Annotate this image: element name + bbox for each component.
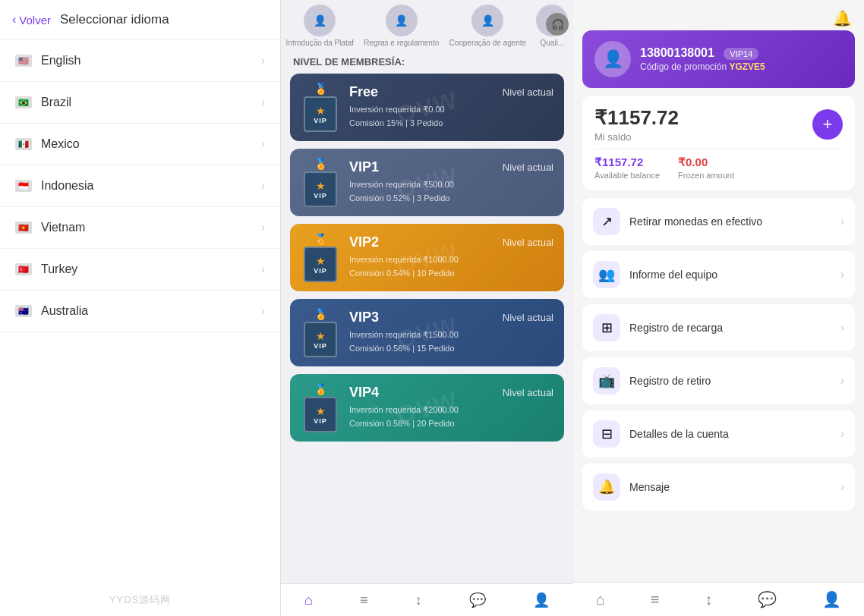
vip-commission-vip4: Comisión 0.58% | 20 Pedido [349,417,553,431]
menu-icon-account: ⊟ [593,420,620,448]
star-icon: ★ [316,255,326,267]
vip-badge-vip1: 🏅 ★ VIP [301,158,340,207]
vip-card-vip1[interactable]: 🏅 ★ VIP VIP1 Nivel actual Inversión requ… [290,149,564,216]
watermark-text: YYDS源码网 [0,584,280,616]
menu-chevron-message: › [840,480,844,494]
chevron-right-icon: › [261,304,265,318]
vip-card-vip3[interactable]: 🏅 ★ VIP VIP3 Nivel actual Inversión requ… [290,299,564,366]
bottom-nav-middle-list[interactable]: ≡ [360,592,368,608]
promo-row: Código de promoción YGZVE5 [640,61,843,72]
top-nav-item-agent[interactable]: 👤 Cooperação de agente [449,5,526,47]
language-item-australia[interactable]: 🇦🇺 Australia › [0,291,280,332]
menu-label-account: Detalles de la cuenta [629,428,831,440]
notification-bell-icon[interactable]: 🔔 [833,9,852,27]
notification-area: 🔔 [573,0,864,30]
profile-card: 👤 13800138001 VIP14 Código de promoción … [582,30,855,88]
language-item-vietnam[interactable]: 🇻🇳 Vietnam › [0,207,280,249]
promo-label: Código de promoción [640,61,727,72]
medal-icon: 🏅 [314,83,327,95]
vip-badge-vip3: 🏅 ★ VIP [301,308,340,357]
avatar: 👤 [594,41,631,77]
support-button[interactable]: 🎧 [546,13,569,36]
menu-item-withdrawal-record[interactable]: 📺 Registro de retiro › [582,357,855,404]
medal-icon: 🏅 [314,158,327,170]
vip-name-vip1: VIP1 [349,159,379,175]
right-nav-icon-list: ≡ [651,591,660,608]
language-item-mexico[interactable]: 🇲🇽 Mexico › [0,124,280,165]
bottom-nav-middle-chat[interactable]: 💬 [469,592,486,608]
balance-card: ₹1157.72 Mi saldo + ₹1157.72 Available b… [582,96,855,190]
flag-icon-turkey: 🇹🇷 [15,263,32,275]
right-nav-icon-home: ⌂ [596,591,605,608]
menu-item-withdraw[interactable]: ↗ Retirar monedas en efectivo › [582,198,855,245]
bottom-nav-right-list[interactable]: ≡ [651,591,660,608]
badge-card: ★ VIP [304,322,337,357]
balance-left: ₹1157.72 Mi saldo [594,106,679,143]
bottom-nav-right-user[interactable]: 👤 [822,590,841,608]
vip-badge-free: 🏅 ★ VIP [301,83,340,132]
flag-icon-english: 🇺🇸 [15,55,32,67]
frozen-balance-label: Frozen amount [678,171,734,180]
vip-info-vip2: VIP2 Nivel actual Inversión requerida ₹1… [349,234,553,280]
bottom-nav-middle-home[interactable]: ⌂ [304,592,313,608]
nav-icon-list: ≡ [360,592,368,608]
bottom-nav-right-home[interactable]: ⌂ [596,591,605,608]
lang-name-australia: Australia [41,304,88,318]
menu-item-recharge[interactable]: ⊞ Registro de recarga › [582,304,855,351]
chevron-right-icon: › [261,96,265,109]
language-item-english[interactable]: 🇺🇸 English › [0,40,280,82]
vip-investment-vip3: Inversión requerida ₹1500.00 [349,328,553,342]
language-selector-title: Seleccionar idioma [60,12,169,27]
menu-icon-recharge: ⊞ [593,314,620,341]
language-item-indonesia[interactable]: 🇮🇩 Indonesia › [0,165,280,207]
vip-badge-vip4: 🏅 ★ VIP [301,383,340,432]
vip-card-free[interactable]: 🏅 ★ VIP Free Nivel actual Inversión requ… [290,74,564,141]
chevron-right-icon: › [261,137,265,151]
badge-card: ★ VIP [304,171,337,207]
bottom-nav-right-chat[interactable]: 💬 [758,590,777,608]
menu-icon-withdraw: ↗ [593,208,620,235]
bottom-nav-middle-user[interactable]: 👤 [533,592,550,608]
language-item-brazil[interactable]: 🇧🇷 Brazil › [0,82,280,124]
nav-icon-chat: 💬 [469,592,486,608]
medal-icon: 🏅 [314,233,327,245]
menu-item-team[interactable]: 👥 Informe del equipo › [582,251,855,298]
flag-icon-australia: 🇦🇺 [15,305,32,317]
language-item-turkey[interactable]: 🇹🇷 Turkey › [0,249,280,291]
vip-commission-free: Comisión 15% | 3 Pedido [349,117,553,130]
top-nav-label-agent: Cooperação de agente [449,39,526,47]
vip-card-vip4[interactable]: 🏅 ★ VIP VIP4 Nivel actual Inversión requ… [290,374,564,442]
vip-text: VIP [314,192,327,200]
vip-card-vip2[interactable]: 🏅 ★ VIP VIP2 Nivel actual Inversión requ… [290,224,564,291]
headset-icon: 🎧 [551,18,564,30]
menu-label-recharge: Registro de recarga [629,322,831,334]
bottom-nav-right-transfer[interactable]: ↕ [705,591,712,608]
balance-main: ₹1157.72 Mi saldo + [594,106,843,143]
add-button[interactable]: + [812,109,843,140]
vip-name-free: Free [349,84,378,100]
bottom-nav-middle-transfer[interactable]: ↕ [415,592,422,608]
right-nav-icon-user: 👤 [822,591,841,608]
flag-icon-brazil: 🇧🇷 [15,96,32,108]
available-balance-item: ₹1157.72 Available balance [594,156,660,180]
menu-item-account[interactable]: ⊟ Detalles de la cuenta › [582,410,855,457]
top-nav-item-rules[interactable]: 👤 Regras e regulamento [364,5,439,47]
chevron-right-icon: › [261,262,265,276]
top-nav-label-quality: Quali... [541,39,565,47]
menu-label-message: Mensaje [629,481,831,493]
promo-code: YGZVE5 [729,61,765,72]
top-nav-item-intro[interactable]: 👤 Introdução da Plataf [286,5,355,47]
back-button[interactable]: ‹ Volver [12,13,51,27]
vip-name-vip3: VIP3 [349,310,379,325]
available-balance-amount: ₹1157.72 [594,156,660,169]
lang-left: 🇲🇽 Mexico [15,137,80,151]
badge-card: ★ VIP [304,397,337,432]
top-nav-avatar-agent: 👤 [471,5,503,36]
chevron-right-icon: › [261,221,265,234]
lang-left: 🇮🇩 Indonesia [15,179,93,193]
menu-icon-message: 🔔 [593,473,620,501]
menu-item-message[interactable]: 🔔 Mensaje › [582,464,855,511]
vip-header-row: Free Nivel actual [349,84,553,100]
bottom-nav-right: ⌂≡↕💬👤 [573,582,864,616]
vip-info-free: Free Nivel actual Inversión requerida ₹0… [349,84,553,130]
